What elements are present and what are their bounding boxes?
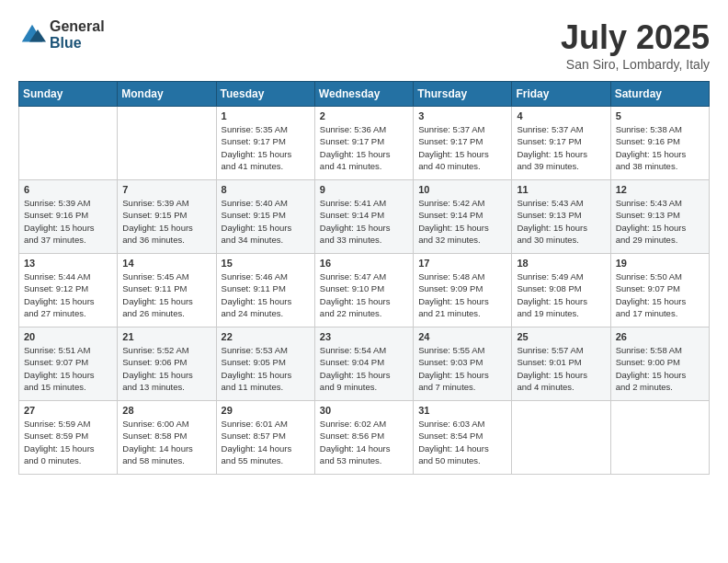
weekday-header-sunday: Sunday xyxy=(19,82,118,107)
week-row-1: 6Sunrise: 5:39 AM Sunset: 9:16 PM Daylig… xyxy=(19,180,710,254)
day-info: Sunrise: 6:03 AM Sunset: 8:54 PM Dayligh… xyxy=(418,418,506,466)
day-cell: 21Sunrise: 5:52 AM Sunset: 9:06 PM Dayli… xyxy=(118,327,216,401)
day-number: 30 xyxy=(320,405,408,416)
calendar: SundayMondayTuesdayWednesdayThursdayFrid… xyxy=(18,81,710,475)
day-info: Sunrise: 6:00 AM Sunset: 8:58 PM Dayligh… xyxy=(122,418,210,466)
day-cell: 6Sunrise: 5:39 AM Sunset: 9:16 PM Daylig… xyxy=(19,180,118,254)
day-cell xyxy=(512,401,610,475)
day-number: 29 xyxy=(222,405,310,416)
day-info: Sunrise: 5:43 AM Sunset: 9:13 PM Dayligh… xyxy=(517,197,605,246)
weekday-header-wednesday: Wednesday xyxy=(314,82,413,107)
day-info: Sunrise: 5:38 AM Sunset: 9:16 PM Dayligh… xyxy=(616,123,704,172)
day-info: Sunrise: 5:55 AM Sunset: 9:03 PM Dayligh… xyxy=(418,344,506,393)
day-info: Sunrise: 5:40 AM Sunset: 9:15 PM Dayligh… xyxy=(222,197,310,246)
day-number: 21 xyxy=(122,331,210,342)
day-number: 2 xyxy=(320,110,408,121)
day-info: Sunrise: 5:37 AM Sunset: 9:17 PM Dayligh… xyxy=(418,123,506,172)
day-info: Sunrise: 5:37 AM Sunset: 9:17 PM Dayligh… xyxy=(517,123,605,172)
logo-icon xyxy=(18,21,46,49)
weekday-header-monday: Monday xyxy=(118,82,216,107)
day-cell: 9Sunrise: 5:41 AM Sunset: 9:14 PM Daylig… xyxy=(314,180,413,254)
day-cell: 12Sunrise: 5:43 AM Sunset: 9:13 PM Dayli… xyxy=(610,180,709,254)
month-title: July 2025 xyxy=(561,18,710,57)
day-info: Sunrise: 5:51 AM Sunset: 9:07 PM Dayligh… xyxy=(24,344,112,393)
day-number: 11 xyxy=(517,184,605,195)
logo-blue: Blue xyxy=(50,35,105,52)
day-info: Sunrise: 5:42 AM Sunset: 9:14 PM Dayligh… xyxy=(418,197,506,246)
day-number: 16 xyxy=(320,258,408,269)
day-cell: 29Sunrise: 6:01 AM Sunset: 8:57 PM Dayli… xyxy=(216,401,314,475)
day-cell: 1Sunrise: 5:35 AM Sunset: 9:17 PM Daylig… xyxy=(216,107,314,180)
day-info: Sunrise: 5:59 AM Sunset: 8:59 PM Dayligh… xyxy=(24,418,112,466)
day-info: Sunrise: 5:52 AM Sunset: 9:06 PM Dayligh… xyxy=(122,344,210,393)
day-info: Sunrise: 5:39 AM Sunset: 9:16 PM Dayligh… xyxy=(24,197,112,246)
day-number: 9 xyxy=(320,184,408,195)
day-info: Sunrise: 5:44 AM Sunset: 9:12 PM Dayligh… xyxy=(24,270,112,319)
day-number: 18 xyxy=(517,258,605,269)
day-info: Sunrise: 5:36 AM Sunset: 9:17 PM Dayligh… xyxy=(320,123,408,172)
day-cell: 17Sunrise: 5:48 AM Sunset: 9:09 PM Dayli… xyxy=(414,254,512,327)
day-info: Sunrise: 6:01 AM Sunset: 8:57 PM Dayligh… xyxy=(222,418,310,466)
day-info: Sunrise: 5:45 AM Sunset: 9:11 PM Dayligh… xyxy=(122,270,210,319)
day-cell: 7Sunrise: 5:39 AM Sunset: 9:15 PM Daylig… xyxy=(118,180,216,254)
weekday-header-saturday: Saturday xyxy=(610,82,709,107)
day-number: 28 xyxy=(122,405,210,416)
day-number: 22 xyxy=(222,331,310,342)
day-number: 25 xyxy=(517,331,605,342)
day-cell: 4Sunrise: 5:37 AM Sunset: 9:17 PM Daylig… xyxy=(512,107,610,180)
day-info: Sunrise: 5:46 AM Sunset: 9:11 PM Dayligh… xyxy=(222,270,310,319)
day-cell: 30Sunrise: 6:02 AM Sunset: 8:56 PM Dayli… xyxy=(314,401,413,475)
day-cell: 22Sunrise: 5:53 AM Sunset: 9:05 PM Dayli… xyxy=(216,327,314,401)
week-row-3: 20Sunrise: 5:51 AM Sunset: 9:07 PM Dayli… xyxy=(19,327,710,401)
day-info: Sunrise: 6:02 AM Sunset: 8:56 PM Dayligh… xyxy=(320,418,408,466)
day-cell: 15Sunrise: 5:46 AM Sunset: 9:11 PM Dayli… xyxy=(216,254,314,327)
day-number: 8 xyxy=(222,184,310,195)
day-number: 4 xyxy=(517,110,605,121)
day-number: 12 xyxy=(616,184,704,195)
day-cell: 16Sunrise: 5:47 AM Sunset: 9:10 PM Dayli… xyxy=(314,254,413,327)
day-number: 19 xyxy=(616,258,704,269)
day-number: 6 xyxy=(24,184,112,195)
day-cell: 26Sunrise: 5:58 AM Sunset: 9:00 PM Dayli… xyxy=(610,327,709,401)
day-info: Sunrise: 5:43 AM Sunset: 9:13 PM Dayligh… xyxy=(616,197,704,246)
day-info: Sunrise: 5:49 AM Sunset: 9:08 PM Dayligh… xyxy=(517,270,605,319)
day-cell: 11Sunrise: 5:43 AM Sunset: 9:13 PM Dayli… xyxy=(512,180,610,254)
day-info: Sunrise: 5:41 AM Sunset: 9:14 PM Dayligh… xyxy=(320,197,408,246)
day-cell: 19Sunrise: 5:50 AM Sunset: 9:07 PM Dayli… xyxy=(610,254,709,327)
day-cell: 23Sunrise: 5:54 AM Sunset: 9:04 PM Dayli… xyxy=(314,327,413,401)
day-info: Sunrise: 5:48 AM Sunset: 9:09 PM Dayligh… xyxy=(418,270,506,319)
logo-general: General xyxy=(50,18,105,35)
day-number: 10 xyxy=(418,184,506,195)
title-block: July 2025 San Siro, Lombardy, Italy xyxy=(561,18,710,72)
weekday-header-thursday: Thursday xyxy=(414,82,512,107)
day-cell: 2Sunrise: 5:36 AM Sunset: 9:17 PM Daylig… xyxy=(314,107,413,180)
day-number: 24 xyxy=(418,331,506,342)
weekday-header-friday: Friday xyxy=(512,82,610,107)
day-info: Sunrise: 5:54 AM Sunset: 9:04 PM Dayligh… xyxy=(320,344,408,393)
day-cell: 20Sunrise: 5:51 AM Sunset: 9:07 PM Dayli… xyxy=(19,327,118,401)
weekday-header-row: SundayMondayTuesdayWednesdayThursdayFrid… xyxy=(19,82,710,107)
logo-text: General Blue xyxy=(50,18,105,51)
day-cell: 31Sunrise: 6:03 AM Sunset: 8:54 PM Dayli… xyxy=(414,401,512,475)
day-cell: 5Sunrise: 5:38 AM Sunset: 9:16 PM Daylig… xyxy=(610,107,709,180)
day-cell xyxy=(610,401,709,475)
day-number: 27 xyxy=(24,405,112,416)
day-info: Sunrise: 5:47 AM Sunset: 9:10 PM Dayligh… xyxy=(320,270,408,319)
day-info: Sunrise: 5:57 AM Sunset: 9:01 PM Dayligh… xyxy=(517,344,605,393)
week-row-0: 1Sunrise: 5:35 AM Sunset: 9:17 PM Daylig… xyxy=(19,107,710,180)
day-number: 14 xyxy=(122,258,210,269)
day-cell: 10Sunrise: 5:42 AM Sunset: 9:14 PM Dayli… xyxy=(414,180,512,254)
logo: General Blue xyxy=(18,18,105,51)
day-info: Sunrise: 5:39 AM Sunset: 9:15 PM Dayligh… xyxy=(122,197,210,246)
day-number: 7 xyxy=(122,184,210,195)
day-cell: 27Sunrise: 5:59 AM Sunset: 8:59 PM Dayli… xyxy=(19,401,118,475)
day-cell: 24Sunrise: 5:55 AM Sunset: 9:03 PM Dayli… xyxy=(414,327,512,401)
day-number: 20 xyxy=(24,331,112,342)
day-number: 15 xyxy=(222,258,310,269)
day-number: 31 xyxy=(418,405,506,416)
day-cell: 18Sunrise: 5:49 AM Sunset: 9:08 PM Dayli… xyxy=(512,254,610,327)
day-cell xyxy=(19,107,118,180)
day-cell: 8Sunrise: 5:40 AM Sunset: 9:15 PM Daylig… xyxy=(216,180,314,254)
day-number: 5 xyxy=(616,110,704,121)
day-number: 23 xyxy=(320,331,408,342)
